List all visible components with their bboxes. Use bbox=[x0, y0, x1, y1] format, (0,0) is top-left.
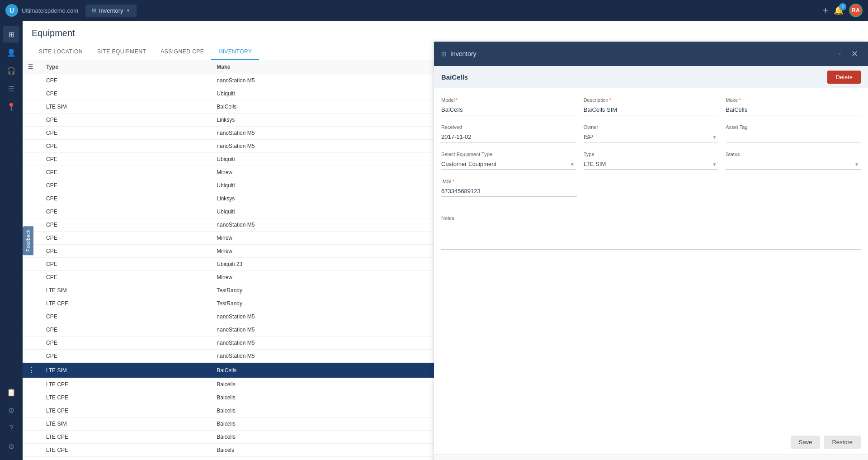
sidebar-item-map[interactable]: 📍 bbox=[3, 99, 19, 115]
field-received: Received bbox=[441, 124, 576, 142]
cell-type: CPE bbox=[41, 192, 211, 205]
row-menu[interactable] bbox=[23, 378, 41, 391]
field-notes: Notes bbox=[441, 215, 861, 250]
tab-assigned-cpe[interactable]: ASSIGNED CPE bbox=[153, 44, 211, 60]
tab-site-equipment[interactable]: SITE EQUIPMENT bbox=[90, 44, 153, 60]
cell-type: CPE bbox=[41, 127, 211, 140]
notes-input[interactable] bbox=[441, 223, 861, 250]
imsi-label: IMSI* bbox=[441, 179, 577, 184]
status-label: Status bbox=[726, 152, 861, 157]
user-avatar[interactable]: RA bbox=[849, 4, 863, 17]
cell-type: CPE bbox=[41, 337, 211, 350]
field-make: Make* bbox=[726, 97, 861, 115]
cell-make: Ubiquiti bbox=[211, 205, 463, 218]
cell-make: Minew bbox=[211, 245, 463, 258]
row-menu[interactable] bbox=[23, 114, 41, 127]
row-menu[interactable] bbox=[23, 166, 41, 179]
row-menu[interactable] bbox=[23, 337, 41, 350]
row-menu[interactable]: ⋮ bbox=[23, 363, 41, 378]
row-menu[interactable] bbox=[23, 271, 41, 284]
cell-make: Minew bbox=[211, 271, 463, 284]
notification-button[interactable]: 🔔 2 bbox=[834, 5, 844, 15]
status-select[interactable] bbox=[726, 159, 861, 170]
owner-select[interactable]: ISP bbox=[584, 132, 719, 142]
owner-select-wrapper: ISP ▼ bbox=[584, 132, 719, 142]
app-logo[interactable]: U bbox=[5, 4, 18, 17]
sidebar-item-list[interactable]: ☰ bbox=[3, 81, 19, 97]
cell-type: LTE SIM bbox=[41, 363, 211, 378]
panel-header: ⊞ Inventory → ✕ bbox=[434, 42, 868, 66]
row-menu[interactable] bbox=[23, 404, 41, 417]
cell-make: BaiCells bbox=[211, 363, 463, 378]
panel-close-button[interactable]: ✕ bbox=[849, 48, 861, 60]
row-menu[interactable] bbox=[23, 100, 41, 114]
cell-make: Baicells bbox=[211, 431, 463, 444]
sidebar-item-config[interactable]: ⚙ bbox=[3, 438, 19, 455]
feedback-tab[interactable]: Feedback bbox=[23, 226, 33, 255]
restore-button[interactable]: Restore bbox=[824, 436, 861, 449]
row-menu[interactable] bbox=[23, 431, 41, 444]
row-menu[interactable] bbox=[23, 140, 41, 153]
row-menu[interactable] bbox=[23, 87, 41, 100]
cell-type: LTE CPE bbox=[41, 431, 211, 444]
field-type: Type LTE SIM ▼ bbox=[584, 152, 719, 170]
description-input[interactable] bbox=[584, 104, 719, 115]
sidebar-item-reports[interactable]: 📋 bbox=[3, 384, 19, 400]
cell-make: Linksys bbox=[211, 114, 463, 127]
row-menu[interactable] bbox=[23, 153, 41, 166]
cell-type: LTE SIM bbox=[41, 417, 211, 431]
field-asset-tag: Asset Tag bbox=[726, 124, 861, 142]
type-select-wrapper: LTE SIM ▼ bbox=[584, 159, 719, 170]
row-menu[interactable] bbox=[23, 74, 41, 87]
sidebar-item-users[interactable]: 👤 bbox=[3, 44, 19, 61]
cell-type: CPE bbox=[41, 232, 211, 245]
row-menu[interactable] bbox=[23, 179, 41, 192]
cell-type: CPE bbox=[41, 218, 211, 232]
save-button[interactable]: Save bbox=[791, 436, 821, 449]
row-menu[interactable] bbox=[23, 310, 41, 323]
row-menu[interactable] bbox=[23, 350, 41, 363]
tab-inventory[interactable]: INVENTORY bbox=[211, 44, 259, 60]
model-input[interactable] bbox=[441, 104, 576, 115]
cell-make: Ubiquiti bbox=[211, 179, 463, 192]
cell-make: Ubiquiti 23 bbox=[211, 258, 463, 271]
imsi-input[interactable] bbox=[441, 186, 577, 197]
row-menu[interactable] bbox=[23, 417, 41, 431]
row-menu[interactable] bbox=[23, 192, 41, 205]
equipment-type-select[interactable]: Customer Equipment bbox=[441, 159, 576, 170]
cell-make: Baicells bbox=[211, 417, 463, 431]
main-layout: ⊞ 👤 🎧 ☰ 📍 📋 ⚙ ? ⚙ Equipment SITE LOCATIO… bbox=[0, 21, 868, 460]
asset-tag-input[interactable] bbox=[726, 132, 861, 142]
cell-make: TestRandy bbox=[211, 284, 463, 297]
row-menu[interactable] bbox=[23, 391, 41, 404]
cell-type: CPE bbox=[41, 140, 211, 153]
row-menu[interactable] bbox=[23, 297, 41, 310]
cell-type: CPE bbox=[41, 114, 211, 127]
received-input[interactable] bbox=[441, 132, 576, 142]
delete-button[interactable]: Delete bbox=[827, 71, 861, 84]
menu-dots-icon[interactable]: ⋮ bbox=[28, 366, 35, 374]
cell-type: LTE CPE bbox=[41, 404, 211, 417]
avatar-initials: RA bbox=[852, 7, 859, 14]
tab-site-location[interactable]: SITE LOCATION bbox=[32, 44, 90, 60]
cell-type: CPE bbox=[41, 245, 211, 258]
panel-next-button[interactable]: → bbox=[832, 48, 845, 60]
inventory-tab[interactable]: ⊞ Inventory ▼ bbox=[85, 5, 137, 17]
row-menu[interactable] bbox=[23, 444, 41, 457]
row-menu[interactable] bbox=[23, 205, 41, 218]
sidebar-item-help[interactable]: ? bbox=[3, 420, 19, 436]
type-select[interactable]: LTE SIM bbox=[584, 159, 719, 170]
sidebar-item-support[interactable]: 🎧 bbox=[3, 62, 19, 79]
make-input[interactable] bbox=[726, 104, 861, 115]
notification-count: 2 bbox=[839, 3, 846, 10]
row-menu[interactable] bbox=[23, 284, 41, 297]
row-menu[interactable] bbox=[23, 127, 41, 140]
sidebar-item-settings[interactable]: ⚙ bbox=[3, 402, 19, 418]
add-button[interactable]: + bbox=[823, 5, 828, 16]
feedback-tab-container: Feedback bbox=[23, 226, 33, 255]
col-make: Make bbox=[211, 60, 463, 74]
sidebar-item-grid[interactable]: ⊞ bbox=[3, 26, 19, 43]
row-menu[interactable] bbox=[23, 258, 41, 271]
panel-grid-icon: ⊞ bbox=[441, 50, 447, 57]
row-menu[interactable] bbox=[23, 323, 41, 337]
